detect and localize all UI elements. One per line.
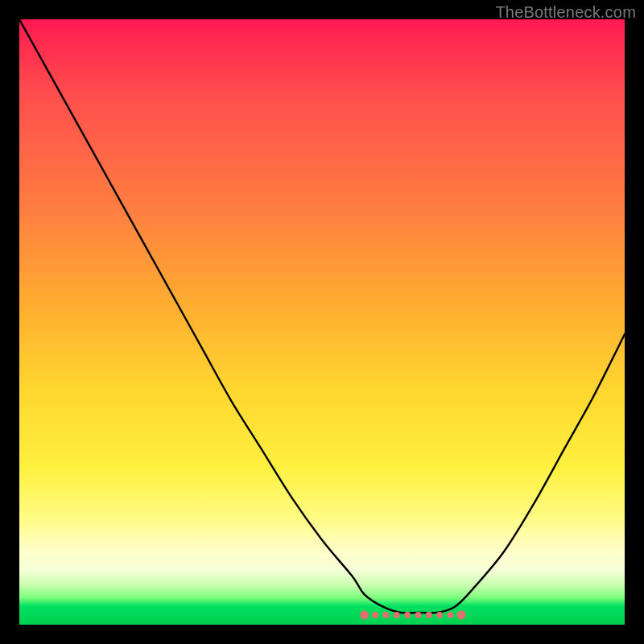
chart-frame: TheBottleneck.com <box>0 0 644 644</box>
optimal-marker-dot <box>372 612 378 618</box>
bottleneck-curve <box>19 19 625 613</box>
optimal-marker-dot <box>404 612 411 618</box>
optimal-marker-dot <box>436 612 443 618</box>
curve-layer <box>19 19 625 625</box>
optimal-marker-dot <box>426 612 432 618</box>
optimal-marker-dot <box>360 611 369 620</box>
optimal-marker-dot <box>448 612 454 618</box>
watermark-text: TheBottleneck.com <box>495 3 636 22</box>
optimal-marker-dot <box>457 611 466 620</box>
optimal-marker-dot <box>415 612 422 618</box>
optimal-marker-dot <box>382 612 389 618</box>
plot-area <box>19 19 625 625</box>
optimal-marker-dot <box>394 612 400 618</box>
